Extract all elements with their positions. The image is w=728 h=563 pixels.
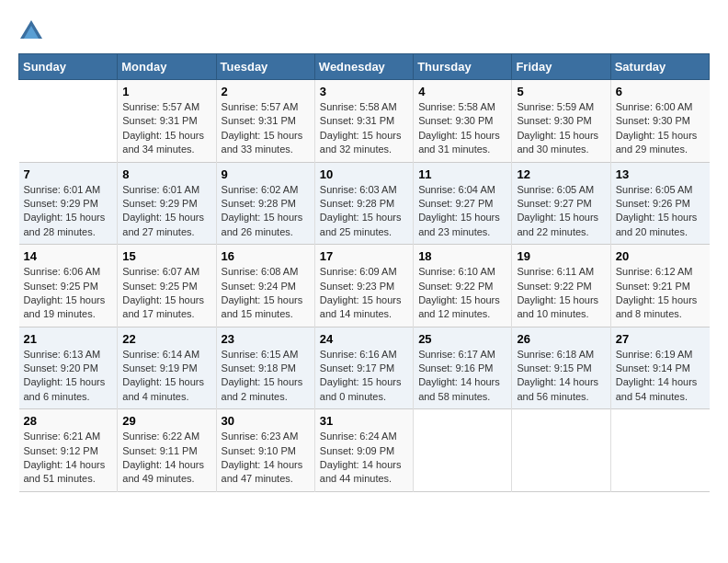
calendar-cell: 28Sunrise: 6:21 AM Sunset: 9:12 PM Dayli… — [19, 409, 118, 492]
day-info: Sunrise: 5:58 AM Sunset: 9:30 PM Dayligh… — [418, 100, 506, 157]
weekday-header-wednesday: Wednesday — [314, 54, 413, 80]
day-info: Sunrise: 6:16 AM Sunset: 9:17 PM Dayligh… — [320, 348, 408, 405]
page-header — [18, 18, 710, 44]
day-number: 15 — [122, 249, 210, 263]
logo — [18, 18, 48, 44]
day-number: 21 — [24, 332, 113, 346]
calendar-week-row: 28Sunrise: 6:21 AM Sunset: 9:12 PM Dayli… — [19, 409, 710, 492]
day-info: Sunrise: 6:05 AM Sunset: 9:26 PM Dayligh… — [616, 183, 705, 240]
calendar-cell: 10Sunrise: 6:03 AM Sunset: 9:28 PM Dayli… — [314, 162, 413, 245]
calendar-cell: 27Sunrise: 6:19 AM Sunset: 9:14 PM Dayli… — [610, 327, 709, 409]
day-number: 4 — [418, 85, 506, 98]
calendar-table: SundayMondayTuesdayWednesdayThursdayFrid… — [18, 53, 710, 492]
calendar-cell: 3Sunrise: 5:58 AM Sunset: 9:31 PM Daylig… — [314, 80, 413, 163]
calendar-cell — [19, 80, 118, 163]
calendar-cell: 17Sunrise: 6:09 AM Sunset: 9:23 PM Dayli… — [314, 245, 413, 327]
calendar-cell — [512, 409, 610, 492]
calendar-cell: 31Sunrise: 6:24 AM Sunset: 9:09 PM Dayli… — [314, 409, 413, 492]
day-info: Sunrise: 6:17 AM Sunset: 9:16 PM Dayligh… — [418, 348, 506, 405]
day-info: Sunrise: 6:22 AM Sunset: 9:11 PM Dayligh… — [122, 430, 210, 487]
day-number: 11 — [418, 167, 506, 181]
day-info: Sunrise: 6:14 AM Sunset: 9:19 PM Dayligh… — [122, 348, 210, 405]
day-number: 16 — [222, 249, 310, 263]
calendar-cell: 14Sunrise: 6:06 AM Sunset: 9:25 PM Dayli… — [19, 245, 118, 327]
day-info: Sunrise: 6:00 AM Sunset: 9:30 PM Dayligh… — [616, 100, 705, 157]
day-info: Sunrise: 6:08 AM Sunset: 9:24 PM Dayligh… — [222, 265, 310, 322]
calendar-cell: 7Sunrise: 6:01 AM Sunset: 9:29 PM Daylig… — [19, 162, 118, 245]
day-info: Sunrise: 6:23 AM Sunset: 9:10 PM Dayligh… — [222, 430, 310, 487]
day-info: Sunrise: 6:19 AM Sunset: 9:14 PM Dayligh… — [616, 348, 705, 405]
calendar-cell: 5Sunrise: 5:59 AM Sunset: 9:30 PM Daylig… — [512, 80, 610, 163]
day-number: 5 — [517, 85, 605, 98]
day-number: 8 — [122, 167, 210, 181]
day-info: Sunrise: 6:03 AM Sunset: 9:28 PM Dayligh… — [320, 183, 408, 240]
day-number: 27 — [616, 332, 705, 346]
calendar-cell: 18Sunrise: 6:10 AM Sunset: 9:22 PM Dayli… — [414, 245, 512, 327]
day-info: Sunrise: 6:01 AM Sunset: 9:29 PM Dayligh… — [24, 183, 113, 240]
weekday-header-saturday: Saturday — [610, 54, 709, 80]
weekday-header-monday: Monday — [118, 54, 216, 80]
calendar-cell: 22Sunrise: 6:14 AM Sunset: 9:19 PM Dayli… — [118, 327, 216, 409]
calendar-cell: 13Sunrise: 6:05 AM Sunset: 9:26 PM Dayli… — [610, 162, 709, 245]
logo-icon — [18, 18, 44, 44]
calendar-week-row: 1Sunrise: 5:57 AM Sunset: 9:31 PM Daylig… — [19, 80, 710, 163]
day-number: 10 — [320, 167, 408, 181]
day-number: 24 — [320, 332, 408, 346]
day-info: Sunrise: 6:15 AM Sunset: 9:18 PM Dayligh… — [222, 348, 310, 405]
calendar-cell: 29Sunrise: 6:22 AM Sunset: 9:11 PM Dayli… — [118, 409, 216, 492]
calendar-cell: 9Sunrise: 6:02 AM Sunset: 9:28 PM Daylig… — [216, 162, 314, 245]
day-number: 28 — [24, 414, 113, 428]
day-number: 26 — [517, 332, 605, 346]
calendar-cell: 25Sunrise: 6:17 AM Sunset: 9:16 PM Dayli… — [414, 327, 512, 409]
day-number: 29 — [122, 414, 210, 428]
day-number: 18 — [418, 249, 506, 263]
day-info: Sunrise: 5:57 AM Sunset: 9:31 PM Dayligh… — [222, 100, 310, 157]
weekday-header-row: SundayMondayTuesdayWednesdayThursdayFrid… — [19, 54, 710, 80]
day-info: Sunrise: 5:57 AM Sunset: 9:31 PM Dayligh… — [122, 100, 210, 157]
calendar-cell: 23Sunrise: 6:15 AM Sunset: 9:18 PM Dayli… — [216, 327, 314, 409]
day-number: 7 — [24, 167, 113, 181]
day-info: Sunrise: 6:09 AM Sunset: 9:23 PM Dayligh… — [320, 265, 408, 322]
day-number: 2 — [222, 85, 310, 98]
day-number: 14 — [24, 249, 113, 263]
day-number: 3 — [320, 85, 408, 98]
calendar-cell — [414, 409, 512, 492]
calendar-week-row: 14Sunrise: 6:06 AM Sunset: 9:25 PM Dayli… — [19, 245, 710, 327]
day-info: Sunrise: 6:12 AM Sunset: 9:21 PM Dayligh… — [616, 265, 705, 322]
day-info: Sunrise: 5:59 AM Sunset: 9:30 PM Dayligh… — [517, 100, 605, 157]
calendar-cell: 19Sunrise: 6:11 AM Sunset: 9:22 PM Dayli… — [512, 245, 610, 327]
day-number: 17 — [320, 249, 408, 263]
day-info: Sunrise: 6:24 AM Sunset: 9:09 PM Dayligh… — [320, 430, 408, 487]
day-number: 20 — [616, 249, 705, 263]
calendar-cell: 12Sunrise: 6:05 AM Sunset: 9:27 PM Dayli… — [512, 162, 610, 245]
calendar-cell: 1Sunrise: 5:57 AM Sunset: 9:31 PM Daylig… — [118, 80, 216, 163]
calendar-cell: 16Sunrise: 6:08 AM Sunset: 9:24 PM Dayli… — [216, 245, 314, 327]
calendar-cell: 15Sunrise: 6:07 AM Sunset: 9:25 PM Dayli… — [118, 245, 216, 327]
day-number: 22 — [122, 332, 210, 346]
day-number: 12 — [517, 167, 605, 181]
day-info: Sunrise: 6:10 AM Sunset: 9:22 PM Dayligh… — [418, 265, 506, 322]
calendar-cell: 4Sunrise: 5:58 AM Sunset: 9:30 PM Daylig… — [414, 80, 512, 163]
day-number: 6 — [616, 85, 705, 98]
day-number: 9 — [222, 167, 310, 181]
calendar-cell: 30Sunrise: 6:23 AM Sunset: 9:10 PM Dayli… — [216, 409, 314, 492]
calendar-cell: 20Sunrise: 6:12 AM Sunset: 9:21 PM Dayli… — [610, 245, 709, 327]
calendar-cell: 2Sunrise: 5:57 AM Sunset: 9:31 PM Daylig… — [216, 80, 314, 163]
day-number: 23 — [222, 332, 310, 346]
calendar-cell: 6Sunrise: 6:00 AM Sunset: 9:30 PM Daylig… — [610, 80, 709, 163]
calendar-cell: 8Sunrise: 6:01 AM Sunset: 9:29 PM Daylig… — [118, 162, 216, 245]
calendar-cell: 26Sunrise: 6:18 AM Sunset: 9:15 PM Dayli… — [512, 327, 610, 409]
day-info: Sunrise: 5:58 AM Sunset: 9:31 PM Dayligh… — [320, 100, 408, 157]
day-info: Sunrise: 6:01 AM Sunset: 9:29 PM Dayligh… — [122, 183, 210, 240]
day-info: Sunrise: 6:18 AM Sunset: 9:15 PM Dayligh… — [517, 348, 605, 405]
day-number: 1 — [122, 85, 210, 98]
day-info: Sunrise: 6:21 AM Sunset: 9:12 PM Dayligh… — [24, 430, 113, 487]
day-number: 19 — [517, 249, 605, 263]
calendar-body: 1Sunrise: 5:57 AM Sunset: 9:31 PM Daylig… — [19, 80, 710, 492]
weekday-header-friday: Friday — [512, 54, 610, 80]
weekday-header-tuesday: Tuesday — [216, 54, 314, 80]
calendar-week-row: 21Sunrise: 6:13 AM Sunset: 9:20 PM Dayli… — [19, 327, 710, 409]
calendar-week-row: 7Sunrise: 6:01 AM Sunset: 9:29 PM Daylig… — [19, 162, 710, 245]
weekday-header-sunday: Sunday — [19, 54, 118, 80]
day-info: Sunrise: 6:05 AM Sunset: 9:27 PM Dayligh… — [517, 183, 605, 240]
